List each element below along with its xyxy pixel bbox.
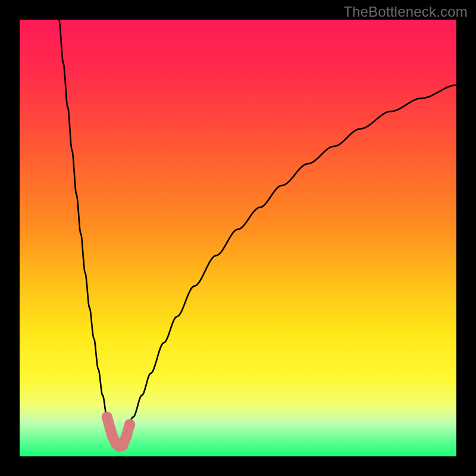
plot-background: [20, 20, 456, 456]
valley-marker-dot: [102, 412, 112, 422]
valley-marker-dot: [124, 419, 135, 430]
chart-svg: [0, 0, 476, 476]
chart-stage: TheBottleneck.com: [0, 0, 476, 476]
valley-marker-dot: [121, 431, 131, 442]
watermark-text: TheBottleneck.com: [343, 4, 468, 20]
